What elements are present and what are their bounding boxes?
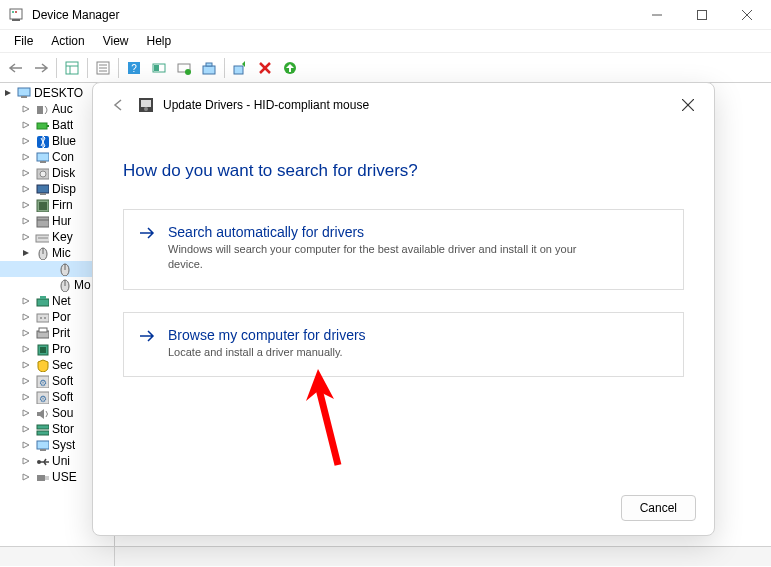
- help-button[interactable]: ?: [122, 56, 146, 80]
- window-title: Device Manager: [32, 8, 634, 22]
- expand-icon[interactable]: [20, 103, 32, 115]
- expand-icon[interactable]: [20, 439, 32, 451]
- svg-rect-22: [206, 63, 212, 66]
- expand-icon[interactable]: [20, 167, 32, 179]
- expand-icon[interactable]: [20, 135, 32, 147]
- disable-button[interactable]: [253, 56, 277, 80]
- driver-disk-icon: [137, 96, 155, 114]
- menu-view[interactable]: View: [95, 32, 137, 50]
- svg-rect-37: [37, 185, 49, 193]
- svg-rect-23: [234, 66, 243, 74]
- mouse-icon: [56, 277, 72, 293]
- mouse-icon: [34, 245, 50, 261]
- close-button[interactable]: [724, 0, 769, 29]
- add-device-button[interactable]: [278, 56, 302, 80]
- expand-icon[interactable]: [20, 231, 32, 243]
- computer-icon: [34, 149, 50, 165]
- browse-option[interactable]: Browse my computer for drivers Locate an…: [123, 312, 684, 377]
- maximize-button[interactable]: [679, 0, 724, 29]
- expand-icon[interactable]: [20, 391, 32, 403]
- scan-hardware-button[interactable]: [147, 56, 171, 80]
- dialog-close-button[interactable]: [674, 91, 702, 119]
- menu-action[interactable]: Action: [43, 32, 92, 50]
- expand-icon[interactable]: [20, 199, 32, 211]
- dialog-title: Update Drivers - HID-compliant mouse: [163, 98, 369, 112]
- tree-item-label: Disp: [52, 182, 76, 196]
- svg-rect-0: [10, 9, 22, 19]
- svg-point-55: [44, 317, 46, 319]
- browse-title: Browse my computer for drivers: [168, 327, 667, 343]
- expand-icon[interactable]: [20, 119, 32, 131]
- computer-icon: [16, 85, 32, 101]
- tree-item-label: Hur: [52, 214, 71, 228]
- cancel-button[interactable]: Cancel: [621, 495, 696, 521]
- svg-rect-1: [12, 19, 20, 21]
- enable-button[interactable]: [228, 56, 252, 80]
- arrow-right-icon: [138, 329, 156, 346]
- browse-sub: Locate and install a driver manually.: [168, 345, 608, 360]
- expand-icon[interactable]: [20, 151, 32, 163]
- tree-item-label: Sou: [52, 406, 73, 420]
- svg-rect-64: [37, 425, 49, 429]
- update-driver-button[interactable]: [172, 56, 196, 80]
- svg-text:?: ?: [131, 63, 137, 74]
- svg-text:⚙: ⚙: [39, 394, 47, 404]
- update-driver-dialog: Update Drivers - HID-compliant mouse How…: [92, 82, 715, 536]
- svg-point-36: [40, 171, 46, 177]
- expand-icon[interactable]: [20, 295, 32, 307]
- collapse-icon[interactable]: [20, 247, 32, 259]
- expand-icon[interactable]: [20, 311, 32, 323]
- tree-item-label: USE: [52, 470, 77, 484]
- dialog-back-button[interactable]: [107, 93, 131, 117]
- forward-button[interactable]: [29, 56, 53, 80]
- svg-rect-29: [37, 106, 43, 114]
- tree-item-label: Syst: [52, 438, 75, 452]
- expand-icon[interactable]: [20, 359, 32, 371]
- tree-item-label: Uni: [52, 454, 70, 468]
- collapse-icon[interactable]: [2, 87, 14, 99]
- svg-rect-5: [697, 10, 706, 19]
- expand-icon[interactable]: [20, 183, 32, 195]
- svg-rect-41: [37, 217, 49, 227]
- expand-icon[interactable]: [20, 343, 32, 355]
- properties-button[interactable]: [91, 56, 115, 80]
- svg-rect-66: [37, 441, 49, 449]
- audio-icon: [34, 101, 50, 117]
- svg-rect-21: [203, 66, 215, 74]
- expand-icon[interactable]: [20, 327, 32, 339]
- search-auto-option[interactable]: Search automatically for drivers Windows…: [123, 209, 684, 290]
- tree-item-label: Por: [52, 310, 71, 324]
- menubar: File Action View Help: [0, 30, 771, 53]
- search-auto-title: Search automatically for drivers: [168, 224, 667, 240]
- tree-item-label: Prit: [52, 326, 70, 340]
- disk-icon: [34, 165, 50, 181]
- expand-icon[interactable]: [20, 375, 32, 387]
- tree-item-label: Firn: [52, 198, 73, 212]
- storage-icon: [34, 421, 50, 437]
- tree-item-label: Net: [52, 294, 71, 308]
- uninstall-button[interactable]: [197, 56, 221, 80]
- back-button[interactable]: [4, 56, 28, 80]
- menu-help[interactable]: Help: [139, 32, 180, 50]
- expand-icon[interactable]: [20, 471, 32, 483]
- tree-item-label: Stor: [52, 422, 74, 436]
- show-hide-tree-button[interactable]: [60, 56, 84, 80]
- device-manager-icon: [8, 7, 24, 23]
- minimize-button[interactable]: [634, 0, 679, 29]
- tree-item-label: Blue: [52, 134, 76, 148]
- svg-point-74: [144, 107, 148, 111]
- svg-rect-70: [37, 475, 45, 481]
- svg-point-2: [12, 11, 14, 13]
- menu-file[interactable]: File: [6, 32, 41, 50]
- expand-icon[interactable]: [20, 423, 32, 435]
- tree-item-label: Pro: [52, 342, 71, 356]
- svg-rect-33: [37, 153, 49, 161]
- expand-icon[interactable]: [20, 407, 32, 419]
- svg-rect-8: [66, 62, 78, 74]
- tree-root-label: DESKTO: [34, 86, 83, 100]
- expand-icon[interactable]: [20, 455, 32, 467]
- expand-icon[interactable]: [20, 215, 32, 227]
- search-auto-sub: Windows will search your computer for th…: [168, 242, 608, 273]
- svg-point-54: [40, 317, 42, 319]
- svg-rect-53: [37, 314, 49, 322]
